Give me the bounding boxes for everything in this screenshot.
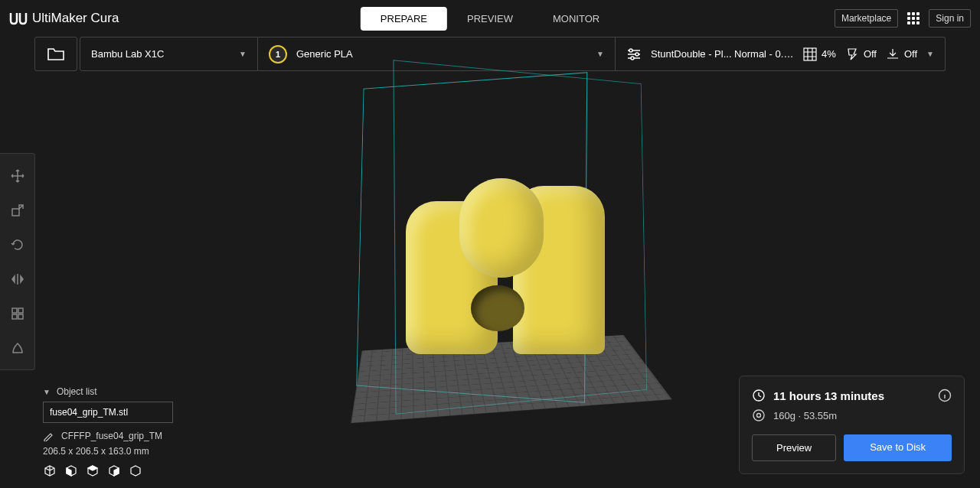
material-estimate: 160g · 53.55m xyxy=(773,410,837,421)
preview-button[interactable]: Preview xyxy=(752,434,836,461)
object-list-header[interactable]: ▼ Object list xyxy=(43,386,173,397)
chevron-down-icon: ▼ xyxy=(596,50,604,58)
infill-icon xyxy=(803,47,817,61)
print-time-row: 11 hours 13 minutes xyxy=(752,389,952,402)
printer-selector[interactable]: Bambu Lab X1C ▼ xyxy=(80,37,258,71)
svg-point-15 xyxy=(757,414,761,418)
view-front[interactable] xyxy=(64,464,78,480)
tab-prepare[interactable]: PREPARE xyxy=(361,7,447,31)
printer-name: Bambu Lab X1C xyxy=(91,48,164,60)
tab-monitor[interactable]: MONITOR xyxy=(533,7,619,31)
svg-rect-8 xyxy=(12,308,17,313)
clock-icon xyxy=(752,389,766,402)
stage-tabs: PREPARE PREVIEW MONITOR xyxy=(361,7,619,31)
print-time: 11 hours 13 minutes xyxy=(773,389,884,402)
slice-result-panel: 11 hours 13 minutes 160g · 53.55m Previe… xyxy=(739,376,965,474)
svg-point-5 xyxy=(631,57,634,60)
chevron-down-icon: ▼ xyxy=(43,388,51,396)
folder-icon xyxy=(47,47,65,62)
view-right[interactable] xyxy=(129,464,142,480)
sliders-icon xyxy=(626,47,642,61)
marketplace-button[interactable]: Marketplace xyxy=(835,9,898,28)
adhesion-indicator: Off xyxy=(886,47,917,61)
info-button[interactable] xyxy=(938,389,952,405)
svg-point-4 xyxy=(635,53,639,56)
svg-rect-11 xyxy=(18,314,23,319)
material-row: 160g · 53.55m xyxy=(752,408,952,422)
object-dimensions: 206.5 x 206.5 x 163.0 mm xyxy=(43,446,173,457)
svg-rect-10 xyxy=(12,314,17,319)
top-bar-right: Marketplace Sign in xyxy=(835,9,971,28)
chevron-down-icon: ▼ xyxy=(926,50,934,58)
model-preview[interactable] xyxy=(398,155,612,377)
svg-point-14 xyxy=(753,410,764,421)
spool-icon xyxy=(752,408,766,422)
view-left[interactable] xyxy=(107,464,121,480)
infill-indicator: 4% xyxy=(803,47,836,61)
open-file-button[interactable] xyxy=(34,37,77,71)
app-logo: UltiMaker Cura xyxy=(9,11,119,26)
rotate-icon xyxy=(10,237,25,252)
apps-grid-icon[interactable] xyxy=(904,9,923,28)
object-list-panel: ▼ Object list CFFFP_fuse04_grip_TM 206.5… xyxy=(43,386,173,480)
per-model-icon xyxy=(10,306,25,321)
support-icon xyxy=(845,47,859,61)
tool-scale[interactable] xyxy=(0,193,34,227)
svg-rect-7 xyxy=(12,209,19,216)
view-top[interactable] xyxy=(86,464,100,480)
tool-move[interactable] xyxy=(0,158,34,193)
top-bar: UltiMaker Cura PREPARE PREVIEW MONITOR M… xyxy=(0,0,980,37)
extruder-badge: 1 xyxy=(269,45,287,63)
pencil-icon[interactable] xyxy=(43,431,54,441)
material-name: Generic PLA xyxy=(296,48,353,60)
info-icon xyxy=(938,389,952,402)
config-bar: Bambu Lab X1C ▼ 1 Generic PLA ▼ StuntDou… xyxy=(34,37,946,71)
svg-rect-9 xyxy=(18,308,23,313)
app-name: UltiMaker Cura xyxy=(32,11,119,26)
object-list-title: Object list xyxy=(57,386,97,397)
adhesion-icon xyxy=(886,47,900,61)
tool-sidebar xyxy=(0,153,35,370)
print-settings-bar[interactable]: StuntDouble - Pl... Normal - 0.24mm 4% O… xyxy=(616,37,946,71)
save-to-disk-button[interactable]: Save to Disk xyxy=(844,434,952,461)
tool-rotate[interactable] xyxy=(0,227,34,262)
tool-mirror[interactable] xyxy=(0,262,34,296)
support-blocker-icon xyxy=(10,340,25,356)
svg-point-3 xyxy=(629,49,632,52)
view-3d[interactable] xyxy=(43,464,57,480)
job-name: CFFFP_fuse04_grip_TM xyxy=(61,431,162,441)
svg-rect-6 xyxy=(804,48,816,60)
tab-preview[interactable]: PREVIEW xyxy=(447,7,533,31)
view-orientation-buttons xyxy=(43,464,173,480)
support-indicator: Off xyxy=(845,47,877,61)
move-icon xyxy=(10,168,25,184)
chevron-down-icon: ▼ xyxy=(239,50,247,58)
tool-mesh[interactable] xyxy=(0,296,34,330)
profile-name: StuntDouble - Pl... Normal - 0.24mm xyxy=(651,48,794,60)
ultimaker-logo-icon xyxy=(9,11,28,25)
mirror-icon xyxy=(10,272,25,287)
scale-icon xyxy=(10,203,25,218)
signin-button[interactable]: Sign in xyxy=(929,9,971,28)
tool-support-blocker[interactable] xyxy=(0,330,34,365)
object-name-input[interactable] xyxy=(43,402,173,423)
